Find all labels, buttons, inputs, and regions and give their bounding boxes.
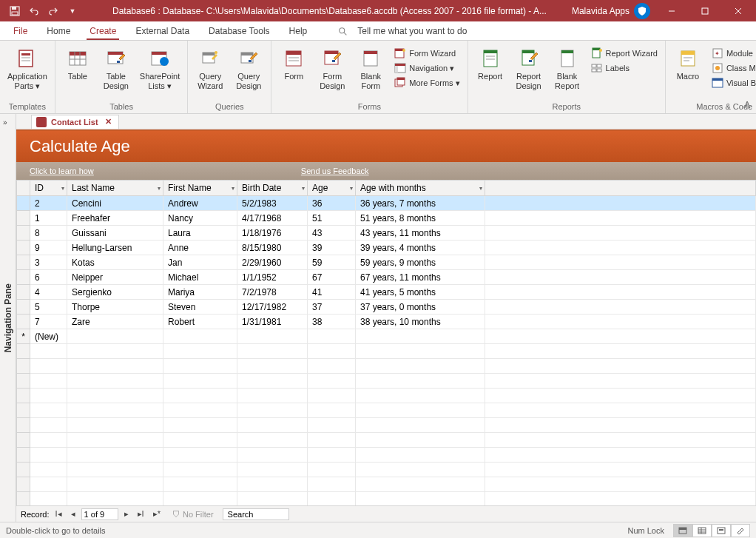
cell-id[interactable]: 7 [30, 315, 67, 329]
cell-age[interactable]: 59 [308, 255, 356, 270]
class-module-button[interactable]: Class Module [709, 61, 756, 75]
chevron-down-icon[interactable]: ▾ [479, 185, 482, 192]
redo-icon[interactable] [44, 2, 62, 20]
cell-id[interactable]: 2 [30, 196, 67, 211]
cell-last-name[interactable]: Freehafer [67, 211, 163, 226]
table-button[interactable]: Table [60, 45, 95, 83]
table-row[interactable]: 4 Sergienko Mariya 7/2/1978 41 41 years,… [17, 285, 756, 300]
more-forms-button[interactable]: More Forms ▾ [391, 76, 462, 90]
cell-birth-date[interactable]: 5/2/1983 [237, 196, 308, 211]
cell-id[interactable]: 1 [30, 211, 67, 226]
data-grid[interactable]: ID▾ Last Name▾ First Name▾ Birth Date▾ A… [16, 180, 756, 505]
row-selector[interactable]: * [17, 329, 30, 344]
chevron-down-icon[interactable]: ▾ [350, 185, 353, 192]
cell-age-months[interactable]: 37 years, 0 months [356, 300, 485, 315]
collapse-ribbon-icon[interactable]: ᐱ [744, 100, 750, 110]
cell-birth-date[interactable]: 12/17/1982 [237, 300, 308, 315]
prev-record-button[interactable]: ◂ [68, 509, 78, 519]
tab-database-tools[interactable]: Database Tools [206, 23, 273, 40]
cell-birth-date[interactable]: 7/2/1978 [237, 285, 308, 300]
tab-help[interactable]: Help [286, 23, 311, 40]
sharepoint-lists-button[interactable]: SharePoint Lists ▾ [137, 45, 183, 93]
form-wizard-button[interactable]: Form Wizard [391, 47, 462, 60]
datasheet-view-button[interactable] [692, 524, 712, 537]
first-record-button[interactable]: I◂ [53, 509, 65, 519]
search-box[interactable]: Search [223, 508, 289, 520]
cell-birth-date[interactable]: 4/17/1968 [237, 211, 308, 226]
cell-age[interactable]: 67 [308, 270, 356, 285]
table-row[interactable]: 7 Zare Robert 1/31/1981 38 38 years, 10 … [17, 315, 756, 329]
cell-age-months[interactable]: 43 years, 11 months [356, 226, 485, 241]
next-record-button[interactable]: ▸ [121, 509, 132, 519]
tell-me-search[interactable]: Tell me what you want to do [338, 23, 470, 40]
row-selector[interactable] [17, 211, 30, 226]
cell-first-name[interactable]: Anne [163, 241, 237, 255]
row-selector[interactable] [17, 270, 30, 285]
cell-new[interactable]: (New) [30, 329, 67, 344]
query-wizard-button[interactable]: Query Wizard [192, 45, 228, 93]
cell-last-name[interactable]: Sergienko [67, 285, 163, 300]
record-position-input[interactable] [81, 508, 118, 520]
cell-first-name[interactable]: Jan [163, 255, 237, 270]
cell-age-months[interactable]: 41 years, 5 months [356, 285, 485, 300]
cell-first-name[interactable]: Andrew [163, 196, 237, 211]
cell-age-months[interactable]: 51 years, 8 months [356, 211, 485, 226]
report-design-button[interactable]: Report Design [511, 45, 547, 93]
chevron-down-icon[interactable]: ▾ [232, 185, 234, 192]
learn-how-link[interactable]: Click to learn how [30, 167, 94, 175]
form-button[interactable]: Form [276, 45, 311, 83]
tab-home[interactable]: Home [44, 23, 73, 40]
cell-age-months[interactable]: 38 years, 10 months [356, 315, 485, 329]
row-selector[interactable] [17, 255, 30, 270]
cell-birth-date[interactable]: 8/15/1980 [237, 241, 308, 255]
column-last-name[interactable]: Last Name▾ [67, 181, 163, 196]
row-selector[interactable] [17, 285, 30, 300]
cell-last-name[interactable]: Hellung-Larsen [67, 241, 163, 255]
navigation-button[interactable]: Navigation ▾ [391, 61, 462, 75]
cell-birth-date[interactable]: 1/18/1976 [237, 226, 308, 241]
form-view-button[interactable] [673, 524, 692, 537]
cell-age[interactable]: 51 [308, 211, 356, 226]
chevron-down-icon[interactable]: ▾ [61, 185, 64, 192]
select-all-button[interactable] [17, 181, 30, 196]
cell-age[interactable]: 37 [308, 300, 356, 315]
cell-first-name[interactable]: Mariya [163, 285, 237, 300]
qat-dropdown-icon[interactable]: ▼ [64, 2, 81, 20]
blank-report-button[interactable]: Blank Report [550, 45, 585, 93]
column-age[interactable]: Age▾ [308, 181, 356, 196]
new-record-button[interactable]: ▸* [150, 509, 163, 519]
chevron-down-icon[interactable]: ▾ [302, 185, 305, 192]
row-selector[interactable] [17, 315, 30, 329]
cell-age[interactable]: 39 [308, 241, 356, 255]
table-design-button[interactable]: Table Design [98, 45, 134, 93]
cell-age[interactable]: 36 [308, 196, 356, 211]
last-record-button[interactable]: ▸I [135, 509, 147, 519]
save-icon[interactable] [6, 2, 24, 20]
report-button[interactable]: Report [473, 45, 508, 83]
cell-first-name[interactable]: Steven [163, 300, 237, 315]
chevron-down-icon[interactable]: ▾ [158, 185, 161, 192]
tab-contact-list[interactable]: Contact List ✕ [31, 115, 119, 129]
cell-age-months[interactable]: 59 years, 9 months [356, 255, 485, 270]
table-row[interactable]: 8 Guissani Laura 1/18/1976 43 43 years, … [17, 226, 756, 241]
table-row[interactable]: 1 Freehafer Nancy 4/17/1968 51 51 years,… [17, 211, 756, 226]
row-selector[interactable] [17, 226, 30, 241]
tab-file[interactable]: File [10, 23, 30, 40]
filter-indicator[interactable]: ⛉ No Filter [172, 510, 214, 519]
cell-id[interactable]: 8 [30, 226, 67, 241]
new-record-row[interactable]: * (New) [17, 329, 756, 344]
table-row[interactable]: 6 Neipper Michael 1/1/1952 67 67 years, … [17, 270, 756, 285]
maximize-button[interactable] [688, 0, 721, 21]
row-selector[interactable] [17, 196, 30, 211]
close-tab-icon[interactable]: ✕ [103, 117, 114, 127]
application-parts-button[interactable]: Application Parts ▾ [4, 45, 50, 93]
cell-id[interactable]: 5 [30, 300, 67, 315]
undo-icon[interactable] [25, 2, 43, 20]
column-first-name[interactable]: First Name▾ [163, 181, 237, 196]
column-age-months[interactable]: Age with months▾ [356, 181, 485, 196]
navigation-pane[interactable]: Navigation Pane [0, 114, 16, 522]
cell-first-name[interactable]: Laura [163, 226, 237, 241]
blank-form-button[interactable]: Blank Form [353, 45, 388, 93]
row-selector[interactable] [17, 241, 30, 255]
tab-create[interactable]: Create [87, 23, 119, 40]
